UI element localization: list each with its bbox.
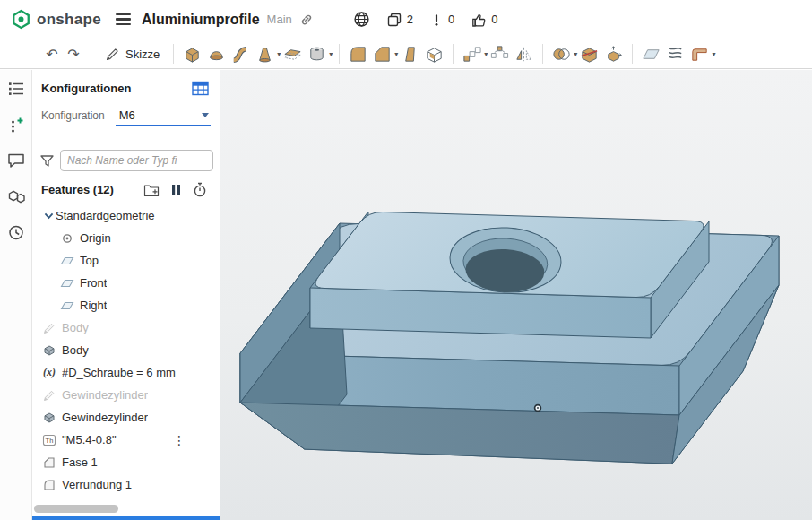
tool-plane-icon[interactable] xyxy=(639,44,663,65)
feature-row-m5-4-0-8[interactable]: Th"M5.4-0.8"⋮ xyxy=(32,429,220,451)
feature-row-right[interactable]: Right xyxy=(32,294,220,316)
feature-row-top[interactable]: Top xyxy=(32,249,220,272)
feature-row-body[interactable]: Body xyxy=(32,316,220,339)
toolbar-separator xyxy=(453,44,454,64)
feature-row-front[interactable]: Front xyxy=(32,272,220,294)
tool-thicken-icon[interactable] xyxy=(281,44,305,65)
sketch-button[interactable]: Skizze xyxy=(98,47,167,62)
feature-label: #D_Schraube = 6 mm xyxy=(62,366,176,379)
main-menu-icon[interactable] xyxy=(116,13,131,25)
feature-row-origin[interactable]: Origin xyxy=(32,227,220,249)
rail-parts-icon[interactable] xyxy=(4,185,28,208)
feature-label: Front xyxy=(80,276,107,290)
filter-funnel-icon[interactable] xyxy=(39,153,55,169)
configuration-table-icon[interactable] xyxy=(192,81,209,96)
app-name: onshape xyxy=(37,11,101,29)
part-body[interactable] xyxy=(240,212,779,464)
variable-icon: (x) xyxy=(41,366,57,379)
copies-count: 2 xyxy=(407,13,413,26)
graphics-viewport[interactable] xyxy=(220,70,812,520)
sketch-button-label: Skizze xyxy=(125,48,160,61)
feature-row-standardgeometrie[interactable]: Standardgeometrie xyxy=(32,204,220,227)
chevron-down-icon[interactable] xyxy=(41,211,56,221)
left-rail xyxy=(0,70,32,520)
tool-split-icon[interactable] xyxy=(577,44,601,65)
feature-row-gewindezylinder[interactable]: Gewindezylinder xyxy=(32,384,220,406)
alerts-stat[interactable]: 0 xyxy=(429,12,454,28)
feature-label: Gewindezylinder xyxy=(62,411,148,424)
onshape-app: { "header": { "app_name": "onshape", "do… xyxy=(0,0,812,520)
tool-hole-icon[interactable] xyxy=(305,44,329,65)
feature-toolbar: ↶ ↷ Skizze ▾▾▾▾▾▾ xyxy=(0,39,812,69)
feature-row-fase-1[interactable]: Fase 1 xyxy=(32,451,220,473)
redo-button[interactable]: ↷ xyxy=(63,42,84,65)
undo-button[interactable]: ↶ xyxy=(41,42,63,65)
configuration-label: Konfiguration xyxy=(41,109,105,122)
new-folder-icon[interactable] xyxy=(143,183,160,197)
feature-filter-input[interactable] xyxy=(60,150,213,171)
copies-stat[interactable]: 2 xyxy=(386,12,413,28)
origin-icon xyxy=(59,231,75,246)
tool-revolve-icon[interactable] xyxy=(204,44,229,65)
tool-helix-icon[interactable] xyxy=(663,44,687,65)
rail-history-icon[interactable] xyxy=(4,221,28,244)
tool-sheetmetal-icon[interactable] xyxy=(687,44,712,65)
feature-row-body[interactable]: Body xyxy=(32,339,220,361)
3d-scene[interactable] xyxy=(220,70,812,520)
tool-transform-icon[interactable] xyxy=(601,44,626,65)
tool-shell-icon[interactable] xyxy=(422,44,446,65)
configuration-dropdown[interactable]: M6 xyxy=(116,107,211,126)
configurations-title: Konfigurationen xyxy=(41,82,131,95)
rail-feature-list-icon[interactable] xyxy=(4,77,28,100)
feature-label: Right xyxy=(80,299,107,312)
feature-row-d-schraube-6-mm[interactable]: (x)#D_Schraube = 6 mm xyxy=(32,361,220,384)
onshape-logo-icon xyxy=(11,9,31,30)
tool-sweep-icon[interactable] xyxy=(229,44,253,65)
horizontal-scrollbar-thumb[interactable] xyxy=(34,505,118,513)
feature-label: Fase 1 xyxy=(62,455,98,469)
tool-sheetmetal-caret[interactable]: ▾ xyxy=(712,50,715,58)
sketch-icon xyxy=(41,321,57,335)
row-menu-dots-icon[interactable]: ⋮ xyxy=(173,434,186,446)
suppress-pause-icon[interactable] xyxy=(171,184,181,196)
tool-loft-icon[interactable] xyxy=(253,44,277,65)
feature-label: Gewindezylinder xyxy=(62,388,148,402)
globe-icon xyxy=(353,11,370,28)
exclamation-icon xyxy=(429,12,444,28)
workspace-name[interactable]: Main xyxy=(267,13,292,26)
configuration-value: M6 xyxy=(119,108,135,122)
likes-count: 0 xyxy=(491,13,497,26)
thumbs-up-icon xyxy=(471,12,487,28)
tool-chamfer-icon[interactable] xyxy=(370,44,394,65)
feature-row-verrundung-1[interactable]: Verrundung 1 xyxy=(32,473,220,496)
tool-boolean-icon[interactable] xyxy=(549,44,574,65)
tool-draft-icon[interactable] xyxy=(398,44,422,65)
sketch-icon xyxy=(41,388,57,403)
feature-label: Body xyxy=(62,321,89,334)
feature-label: Verrundung 1 xyxy=(62,478,132,491)
tool-extrude-icon[interactable] xyxy=(180,44,204,65)
feature-label: Body xyxy=(62,343,89,357)
feature-tree: StandardgeometrieOriginTopFrontRightBody… xyxy=(32,204,220,496)
likes-stat[interactable]: 0 xyxy=(471,12,497,28)
toolbar-separator xyxy=(632,44,633,64)
panel-resize-bar[interactable] xyxy=(32,516,220,520)
rail-comments-icon[interactable] xyxy=(4,149,28,172)
language-globe[interactable] xyxy=(353,11,370,28)
rail-insert-icon[interactable] xyxy=(4,113,28,136)
tool-linear-pattern-icon[interactable] xyxy=(460,44,484,65)
plane-icon xyxy=(59,299,75,313)
tool-fillet-icon[interactable] xyxy=(346,44,370,65)
features-header: Features (12) xyxy=(41,183,114,196)
svg-text:Th: Th xyxy=(46,437,54,445)
feature-row-gewindezylinder[interactable]: Gewindezylinder xyxy=(32,406,220,429)
vertex-marker[interactable] xyxy=(535,405,541,412)
share-link-icon[interactable] xyxy=(299,13,314,27)
tool-hole-caret[interactable]: ▾ xyxy=(329,50,333,58)
toolbar-separator xyxy=(542,44,543,64)
rollback-stopwatch-icon[interactable] xyxy=(193,182,207,197)
tool-mirror-icon[interactable] xyxy=(512,44,536,65)
onshape-logo[interactable]: onshape xyxy=(11,9,101,30)
feature-label: Standardgeometrie xyxy=(56,209,155,222)
tool-circular-pattern-icon[interactable] xyxy=(488,44,512,65)
